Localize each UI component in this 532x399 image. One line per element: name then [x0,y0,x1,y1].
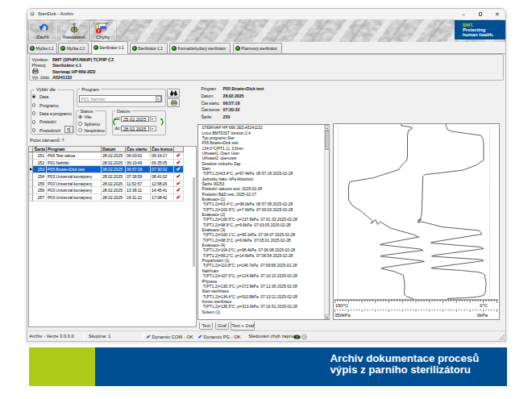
svg-text:0kPa: 0kPa [476,313,488,318]
svg-text:150°C: 150°C [335,303,348,308]
svg-text:350kPa: 350kPa [335,313,351,318]
svg-text:0°C: 0°C [480,303,488,308]
